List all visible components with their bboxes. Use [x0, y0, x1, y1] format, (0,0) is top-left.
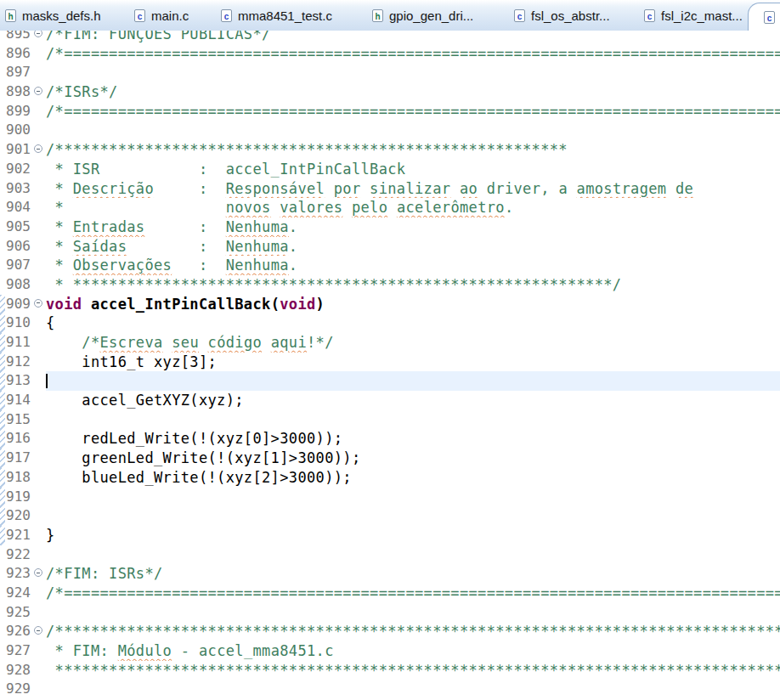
- code-line-917: 917 greenLed_Write(!(xyz[1]>3000));: [0, 449, 780, 468]
- comment-text: .: [289, 257, 298, 274]
- code-text[interactable]: /*======================================…: [46, 584, 780, 603]
- tab-main-c[interactable]: cmain.c: [134, 0, 189, 31]
- c-file-icon: c: [514, 9, 525, 22]
- comment-text: * FIM:: [46, 642, 118, 659]
- collapse-fold-icon[interactable]: [34, 31, 42, 37]
- code-text[interactable]: {: [46, 313, 780, 333]
- code-text[interactable]: }: [46, 526, 780, 545]
- code-line-895: 895/*FIM: FUNÇÕES PÚBLICAS*/: [0, 31, 780, 44]
- code-text[interactable]: int16_t xyz[3];: [46, 353, 780, 372]
- line-number: 896: [5, 44, 32, 64]
- code-text[interactable]: /*ISRs*/: [46, 82, 780, 102]
- comment-text: [361, 180, 370, 197]
- code-text[interactable]: [46, 63, 780, 82]
- code-text[interactable]: /*FIM: ISRs*/: [46, 564, 780, 584]
- folding-column: [32, 31, 46, 44]
- code-text[interactable]: * Entradas : Nenhuma.: [46, 217, 780, 237]
- line-number: 924: [5, 584, 32, 603]
- code-text[interactable]: /***************************************…: [46, 140, 780, 160]
- code-text[interactable]: [46, 121, 780, 140]
- tab-label: mma8451_test.c: [238, 8, 332, 23]
- misspelled-word: seu: [172, 334, 199, 351]
- code-line-896: 896/*===================================…: [0, 44, 780, 64]
- code-text[interactable]: [46, 410, 780, 430]
- code-text[interactable]: * **************************************…: [46, 275, 780, 295]
- line-number: 920: [5, 506, 32, 526]
- comment-text: .: [289, 238, 298, 255]
- code-text[interactable]: greenLed_Write(!(xyz[1]>3000));: [46, 449, 780, 468]
- comment-text: :: [144, 218, 225, 235]
- line-number: 906: [5, 237, 32, 257]
- collapse-fold-icon[interactable]: [34, 626, 42, 635]
- code-text-current-line[interactable]: [46, 371, 780, 391]
- code-line-899: 899/*===================================…: [0, 102, 780, 121]
- misspelled-word: novos: [226, 199, 271, 216]
- plain-text: blueLed_Write(!(xyz[2]>3000));: [46, 469, 352, 486]
- tab-fsl-os-abstr[interactable]: cfsl_os_abstr...: [514, 0, 610, 31]
- tab-label: masks_defs.h: [22, 8, 101, 23]
- code-text[interactable]: * Descrição : Responsável por sinalizar …: [46, 179, 780, 199]
- folding-column: [32, 121, 46, 140]
- code-text[interactable]: [46, 488, 780, 507]
- code-text[interactable]: * novos valores pelo acelerômetro.: [46, 198, 780, 217]
- line-number: 921: [5, 526, 32, 545]
- code-text[interactable]: [46, 506, 780, 526]
- folding-column: [32, 661, 46, 680]
- folding-column: [32, 256, 46, 275]
- line-number: 916: [5, 429, 32, 449]
- code-text[interactable]: blueLed_Write(!(xyz[2]>3000));: [46, 468, 780, 488]
- line-number: 895: [5, 31, 32, 44]
- tab-masks-defs-h[interactable]: hmasks_defs.h: [5, 0, 101, 31]
- comment-text: /***************************************…: [46, 623, 780, 640]
- line-number: 902: [5, 160, 32, 179]
- code-text[interactable]: * ISR : accel_IntPinCallBack: [46, 160, 780, 179]
- code-editor[interactable]: 895/*FIM: FUNÇÕES PÚBLICAS*/896/*=======…: [0, 31, 780, 700]
- code-line-914: 914 accel_GetXYZ(xyz);: [0, 391, 780, 410]
- tab-gpio-gen-dri[interactable]: hgpio_gen_dri...: [372, 0, 473, 31]
- code-text[interactable]: * Saídas : Nenhuma.: [46, 237, 780, 257]
- collapse-fold-icon[interactable]: [34, 87, 42, 95]
- comment-text: [199, 334, 208, 351]
- code-text[interactable]: void accel_IntPinCallBack(void): [46, 295, 780, 314]
- code-text[interactable]: redLed_Write(!(xyz[0]>3000));: [46, 429, 780, 449]
- code-text[interactable]: [46, 545, 780, 565]
- tab-label: gpio_gen_dri...: [389, 8, 473, 23]
- line-number: 919: [5, 488, 32, 507]
- active-tab-partial[interactable]: c: [748, 3, 780, 31]
- comment-text: [450, 180, 460, 197]
- code-line-905: 905 * Entradas : Nenhuma.: [0, 217, 780, 237]
- comment-text: [387, 199, 397, 216]
- code-text[interactable]: accel_GetXYZ(xyz);: [46, 391, 780, 410]
- code-text[interactable]: /*FIM: FUNÇÕES PÚBLICAS*/: [46, 31, 780, 44]
- code-line-908: 908 * **********************************…: [0, 275, 780, 295]
- misspelled-word: acelerômetro: [397, 199, 505, 216]
- keyword-text: void: [46, 296, 82, 313]
- collapse-fold-icon[interactable]: [34, 299, 42, 308]
- folding-column: [32, 429, 46, 449]
- code-line-915: 915: [0, 410, 780, 430]
- comment-text: /*FIM: FUNÇÕES PÚBLICAS*/: [46, 31, 271, 42]
- line-number: 910: [5, 313, 32, 333]
- code-text[interactable]: [46, 603, 780, 623]
- misspelled-word: Módulo: [118, 642, 172, 659]
- line-number: 904: [5, 198, 32, 217]
- code-line-902: 902 * ISR : accel_IntPinCallBack: [0, 160, 780, 179]
- collapse-fold-icon[interactable]: [34, 568, 42, 577]
- folding-column: [32, 603, 46, 623]
- tab-fsl-i2c-mast[interactable]: cfsl_i2c_mast...: [644, 0, 743, 31]
- code-text[interactable]: * FIM: Módulo - accel_mma8451.c: [46, 641, 780, 661]
- code-line-901: 901/************************************…: [0, 140, 780, 160]
- misspelled-word: valores: [280, 199, 342, 216]
- code-text[interactable]: /***************************************…: [46, 622, 780, 641]
- collapse-fold-icon[interactable]: [34, 144, 42, 153]
- code-text[interactable]: * Observações : Nenhuma.: [46, 256, 780, 275]
- code-text[interactable]: /*Escreva seu código aqui!*/: [46, 333, 780, 353]
- tab-mma8451-test-c[interactable]: cmma8451_test.c: [221, 0, 332, 31]
- line-number: 913: [5, 371, 32, 391]
- misspelled-word: por: [334, 180, 361, 197]
- code-text[interactable]: /*======================================…: [46, 44, 780, 64]
- code-text[interactable]: /*======================================…: [46, 102, 780, 121]
- code-text[interactable]: ****************************************…: [46, 661, 780, 680]
- misspelled-word: de: [675, 180, 693, 197]
- code-text[interactable]: [46, 680, 780, 699]
